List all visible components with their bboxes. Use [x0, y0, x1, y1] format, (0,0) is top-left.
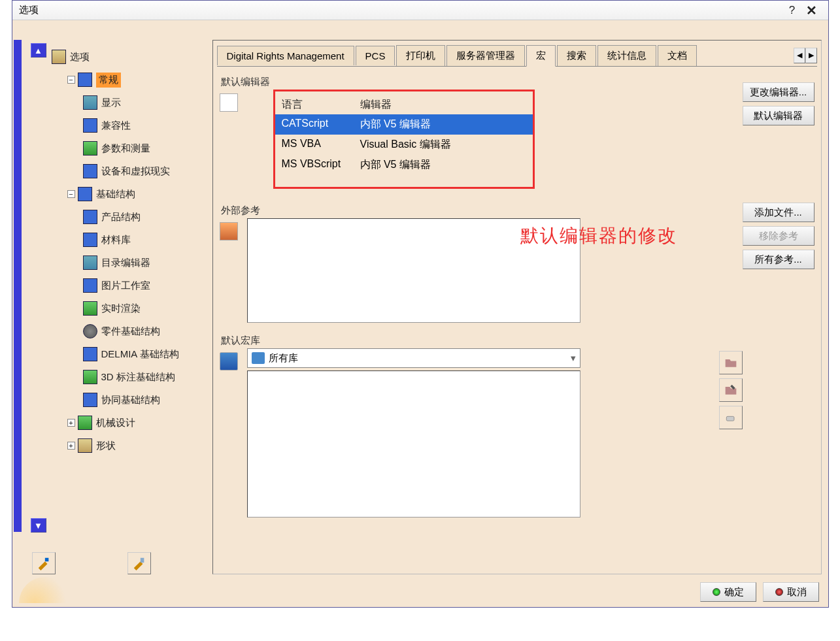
tree-scroll-up[interactable]: ▲ — [31, 43, 46, 58]
tab-scroll-left[interactable]: ◀ — [794, 48, 805, 63]
edit-folder-button[interactable] — [719, 378, 743, 402]
ok-button[interactable]: 确定 — [700, 582, 756, 602]
editor-row[interactable]: MS VBA Visual Basic 编辑器 — [275, 135, 533, 155]
tab-pcs[interactable]: PCS — [356, 46, 395, 65]
macro-lib-list[interactable] — [247, 370, 580, 518]
book-small-icon — [252, 352, 265, 364]
tree-general[interactable]: −常规 — [67, 71, 205, 89]
tree-catalog[interactable]: 目录编辑器 — [83, 254, 205, 272]
default-editor-button[interactable]: 默认编辑器 — [743, 106, 815, 125]
group-editor-label: 默认编辑器 — [221, 76, 815, 88]
titlebar: 选项 ? ✕ — [12, 1, 828, 20]
tlb-icon — [220, 222, 238, 240]
options-dialog: 选项 ? ✕ ▲ ▼ 选项 −常规 显示 兼容性 参数和测量 设备和虚拟现实 −… — [12, 0, 829, 608]
window-title: 选项 — [19, 4, 39, 16]
tree-scroll-down[interactable]: ▼ — [31, 518, 46, 533]
tree-delmia[interactable]: DELMIA 基础结构 — [83, 345, 205, 363]
tree-photo[interactable]: 图片工作室 — [83, 276, 205, 295]
tree-mechdesign[interactable]: +机械设计 — [67, 414, 205, 432]
tree-panel: ▲ ▼ 选项 −常规 显示 兼容性 参数和测量 设备和虚拟现实 −基础结构 产品… — [19, 40, 209, 574]
tab-printer[interactable]: 打印机 — [396, 45, 445, 66]
tree-partinfra[interactable]: 零件基础结构 — [83, 322, 205, 340]
tree-render[interactable]: 实时渲染 — [83, 299, 205, 318]
content-panel: Digital Rights Management PCS 打印机 服务器管理器… — [212, 40, 822, 574]
help-button[interactable]: ? — [782, 4, 802, 17]
tab-bar: Digital Rights Management PCS 打印机 服务器管理器… — [217, 44, 817, 67]
options-tree: 选项 −常规 显示 兼容性 参数和测量 设备和虚拟现实 −基础结构 产品结构 材… — [52, 43, 205, 459]
group-extref-label: 外部参考 — [221, 205, 815, 217]
change-editor-button[interactable]: 更改编辑器... — [743, 82, 815, 102]
col-editor: 编辑器 — [360, 98, 392, 112]
tree-annot3d[interactable]: 3D 标注基础结构 — [83, 368, 205, 386]
chevron-down-icon: ▾ — [571, 352, 576, 364]
svg-rect-0 — [44, 558, 48, 562]
tab-search[interactable]: 搜索 — [557, 45, 596, 66]
tree-root[interactable]: 选项 — [52, 48, 205, 66]
tree-product[interactable]: 产品结构 — [83, 208, 205, 226]
tab-macro[interactable]: 宏 — [526, 45, 556, 67]
editor-row[interactable]: CATScript 内部 V5 编辑器 — [275, 114, 533, 135]
tree-collab[interactable]: 协同基础结构 — [83, 391, 205, 409]
decorative-sun — [19, 577, 71, 603]
svg-rect-1 — [140, 558, 144, 563]
dialog-footer: 确定 取消 — [700, 582, 819, 602]
tree-params[interactable]: 参数和测量 — [83, 139, 205, 157]
red-annotation: 默认编辑器的修改 — [520, 223, 677, 248]
cancel-button[interactable]: 取消 — [763, 582, 819, 602]
tab-scroll-right[interactable]: ▶ — [805, 48, 817, 63]
add-file-button[interactable]: 添加文件... — [743, 203, 815, 222]
tree-shape[interactable]: +形状 — [67, 436, 205, 455]
tree-compat[interactable]: 兼容性 — [83, 116, 205, 135]
editor-row[interactable]: MS VBScript 内部 V5 编辑器 — [275, 155, 533, 175]
tool-button-1[interactable] — [32, 552, 56, 574]
tab-server[interactable]: 服务器管理器 — [446, 45, 525, 66]
remove-ref-button[interactable]: 移除参考 — [743, 226, 815, 246]
macro-lib-select[interactable]: 所有库 ▾ — [247, 348, 580, 368]
tab-drm[interactable]: Digital Rights Management — [217, 46, 354, 65]
tree-devices[interactable]: 设备和虚拟现实 — [83, 162, 205, 180]
tool-button-2[interactable] — [127, 552, 151, 574]
tree-infra[interactable]: −基础结构 — [67, 185, 205, 203]
book-icon — [220, 352, 238, 370]
tree-display[interactable]: 显示 — [83, 93, 205, 112]
col-language: 语言 — [282, 98, 360, 112]
tree-material[interactable]: 材料库 — [83, 231, 205, 249]
erase-button[interactable] — [719, 406, 743, 429]
tab-doc[interactable]: 文档 — [658, 45, 697, 66]
editor-table: 语言 编辑器 CATScript 内部 V5 编辑器 MS VBA Visual… — [273, 90, 535, 189]
close-button[interactable]: ✕ — [802, 3, 822, 18]
all-ref-button[interactable]: 所有参考... — [743, 250, 815, 269]
svg-rect-2 — [726, 416, 734, 421]
group-macrolib-label: 默认宏库 — [221, 335, 815, 347]
tab-stats[interactable]: 统计信息 — [597, 45, 656, 66]
open-folder-button[interactable] — [719, 351, 743, 374]
page-icon — [220, 93, 238, 112]
